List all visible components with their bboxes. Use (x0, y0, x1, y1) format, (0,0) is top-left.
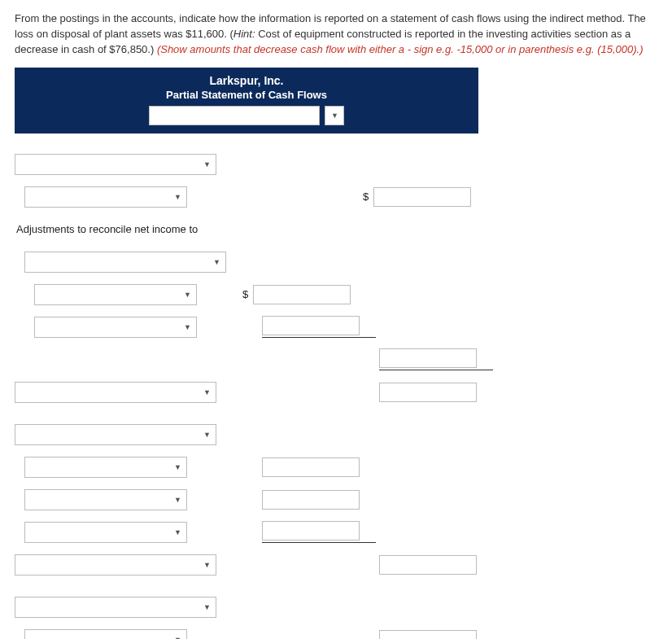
final-amount[interactable] (379, 630, 477, 639)
chevron-down-icon: ▼ (174, 528, 181, 536)
inv3-amount[interactable] (262, 521, 360, 541)
hint-label: Hint: (233, 28, 255, 40)
period-input[interactable] (149, 106, 320, 125)
inv3-select[interactable]: ▼ (24, 522, 187, 543)
subtotal-b-amount[interactable] (379, 383, 477, 402)
subtotal-a-amount[interactable] (379, 348, 477, 368)
inv2-select[interactable]: ▼ (24, 489, 187, 510)
chevron-down-icon: ▼ (174, 193, 181, 201)
adj1-amount[interactable] (253, 285, 351, 304)
adjustments-label: Adjustments to reconcile net income to (15, 223, 198, 235)
statement-title: Partial Statement of Cash Flows (15, 89, 478, 101)
adj2-amount[interactable] (262, 316, 360, 335)
inv1-amount[interactable] (262, 457, 360, 477)
dollar-sign: $ (242, 288, 248, 300)
period-dropdown[interactable]: ▼ (325, 106, 344, 125)
chevron-down-icon: ▼ (174, 463, 181, 471)
adj1-select[interactable]: ▼ (34, 284, 197, 305)
instruction-red: (Show amounts that decrease cash flow wi… (157, 43, 644, 55)
chevron-down-icon: ▼ (184, 291, 191, 299)
section3-amount[interactable] (379, 555, 477, 575)
inv1-select[interactable]: ▼ (24, 457, 187, 478)
adjust-header-select[interactable]: ▼ (24, 252, 226, 273)
chevron-down-icon: ▼ (203, 603, 211, 611)
netincome-select[interactable]: ▼ (24, 186, 187, 208)
chevron-down-icon: ▼ (331, 112, 338, 120)
chevron-down-icon: ▼ (174, 496, 181, 504)
inv2-amount[interactable] (262, 490, 360, 510)
adj2-select[interactable]: ▼ (34, 317, 197, 338)
section4-header-select[interactable]: ▼ (15, 597, 216, 618)
netincome-amount[interactable] (373, 187, 471, 207)
chevron-down-icon: ▼ (184, 323, 191, 331)
final-select[interactable]: ▼ (24, 629, 187, 639)
section3-select[interactable]: ▼ (15, 554, 216, 576)
section1-select[interactable]: ▼ (15, 154, 216, 175)
chevron-down-icon: ▼ (203, 388, 211, 396)
chevron-down-icon: ▼ (174, 636, 181, 639)
section2-header-select[interactable]: ▼ (15, 424, 216, 445)
statement-header: Larkspur, Inc. Partial Statement of Cash… (15, 68, 478, 133)
chevron-down-icon: ▼ (203, 561, 211, 569)
section2-select[interactable]: ▼ (15, 382, 216, 403)
company-name: Larkspur, Inc. (15, 74, 478, 87)
chevron-down-icon: ▼ (203, 160, 211, 169)
dollar-sign: $ (363, 190, 369, 203)
instructions-text: From the postings in the accounts, indic… (15, 11, 657, 58)
chevron-down-icon: ▼ (213, 258, 220, 266)
chevron-down-icon: ▼ (203, 431, 211, 439)
